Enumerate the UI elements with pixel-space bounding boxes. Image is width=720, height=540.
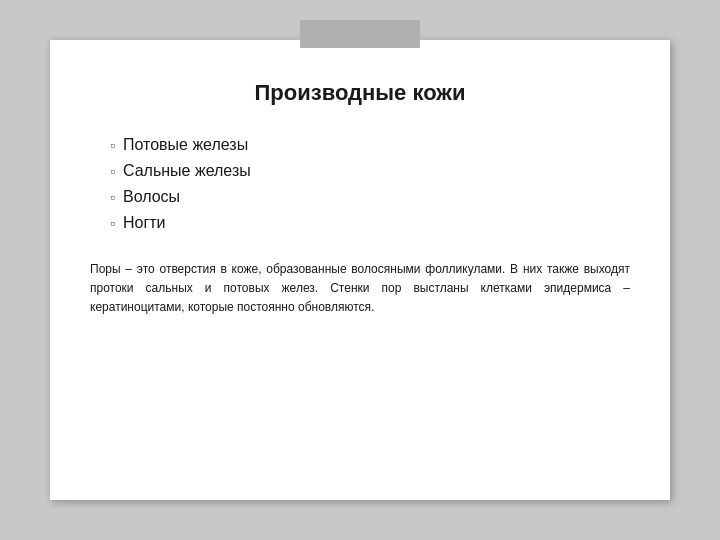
list-item-label: Сальные железы bbox=[123, 162, 251, 180]
bullet-list: Потовые железы Сальные железы Волосы Ног… bbox=[90, 136, 630, 240]
list-item-label: Волосы bbox=[123, 188, 180, 206]
slide: Производные кожи Потовые железы Сальные … bbox=[50, 40, 670, 500]
list-item: Потовые железы bbox=[110, 136, 630, 154]
slide-title: Производные кожи bbox=[90, 80, 630, 106]
description-paragraph: Поры – это отверстия в коже, образованны… bbox=[90, 260, 630, 318]
top-accent-decoration bbox=[300, 20, 420, 48]
list-item-label: Ногти bbox=[123, 214, 166, 232]
list-item: Сальные железы bbox=[110, 162, 630, 180]
list-item: Волосы bbox=[110, 188, 630, 206]
list-item: Ногти bbox=[110, 214, 630, 232]
list-item-label: Потовые железы bbox=[123, 136, 248, 154]
